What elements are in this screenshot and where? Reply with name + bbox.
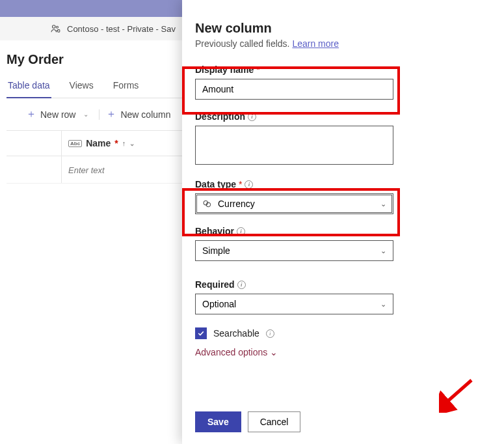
breadcrumb-text: Contoso - test - Private - Sav: [67, 24, 176, 34]
required-indicator: *: [239, 179, 242, 189]
info-icon[interactable]: i: [237, 281, 246, 289]
required-field: Required i Optional ⌄: [195, 279, 439, 314]
tab-table-data[interactable]: Table data: [7, 76, 51, 98]
sort-asc-icon: ↑: [122, 139, 126, 147]
info-icon[interactable]: i: [266, 329, 274, 338]
grid-row-checkbox[interactable]: [7, 156, 62, 183]
display-name-label-text: Display name: [195, 64, 254, 75]
display-name-field: Display name *: [195, 64, 439, 100]
required-select[interactable]: Optional ⌄: [195, 294, 393, 314]
chevron-down-icon: ⌄: [270, 347, 278, 357]
info-icon[interactable]: i: [245, 180, 253, 189]
searchable-label: Searchable: [213, 328, 259, 339]
searchable-checkbox[interactable]: [195, 327, 207, 339]
svg-point-0: [53, 25, 56, 29]
data-type-label: Data type * i: [195, 179, 439, 189]
grid-select-column[interactable]: [7, 131, 62, 156]
advanced-options-toggle[interactable]: Advanced options ⌄: [195, 347, 439, 357]
team-icon: [49, 22, 62, 35]
behavior-field: Behavior i Simple ⌄: [195, 226, 439, 261]
tab-views[interactable]: Views: [68, 76, 95, 98]
advanced-options-label: Advanced options: [195, 347, 267, 357]
display-name-label: Display name *: [195, 64, 439, 75]
new-row-button[interactable]: ＋ New row: [26, 107, 75, 121]
data-type-select[interactable]: Currency ⌄: [195, 193, 393, 214]
info-icon[interactable]: i: [248, 113, 256, 121]
description-label-text: Description: [195, 111, 245, 122]
description-label: Description i: [195, 111, 439, 122]
new-column-panel: New column Previously called fields. Lea…: [182, 0, 504, 444]
svg-rect-2: [58, 30, 60, 33]
behavior-select[interactable]: Simple ⌄: [195, 240, 393, 261]
cancel-button[interactable]: Cancel: [248, 411, 301, 432]
required-indicator: *: [256, 64, 259, 75]
text-type-icon: Abc: [68, 140, 82, 147]
tab-forms[interactable]: Forms: [112, 76, 140, 98]
required-label: Required i: [195, 279, 439, 290]
description-input[interactable]: [195, 126, 393, 165]
searchable-field: Searchable i: [195, 327, 439, 339]
save-button[interactable]: Save: [195, 411, 241, 432]
new-column-button[interactable]: ＋ New column: [106, 107, 170, 121]
description-field: Description i: [195, 111, 439, 167]
required-indicator: *: [114, 138, 118, 148]
panel-title: New column: [195, 21, 439, 36]
currency-icon: [202, 199, 213, 209]
panel-buttons: Save Cancel: [195, 411, 300, 432]
data-type-field: Data type * i Currency ⌄: [195, 179, 439, 214]
data-type-value: Currency: [218, 199, 255, 209]
behavior-label: Behavior i: [195, 226, 439, 236]
chevron-down-icon: ⌄: [380, 247, 386, 255]
behavior-value: Simple: [202, 245, 230, 256]
chevron-down-icon: ⌄: [380, 300, 386, 309]
separator: [99, 109, 99, 120]
arrow-annotation: [439, 377, 478, 413]
new-column-label: New column: [120, 109, 170, 120]
display-name-input[interactable]: [195, 79, 393, 100]
data-type-label-text: Data type: [195, 179, 236, 189]
new-row-label: New row: [40, 109, 75, 120]
subtitle-text: Previously called fields.: [195, 38, 292, 49]
required-value: Optional: [202, 299, 236, 309]
name-header-label: Name: [86, 138, 111, 148]
panel-subtitle: Previously called fields. Learn more: [195, 38, 439, 49]
required-label-text: Required: [195, 279, 235, 290]
svg-line-6: [444, 380, 471, 404]
learn-more-link[interactable]: Learn more: [292, 38, 339, 49]
svg-point-1: [57, 26, 59, 28]
info-icon[interactable]: i: [237, 227, 245, 236]
behavior-label-text: Behavior: [195, 226, 234, 236]
new-row-dropdown[interactable]: ⌄: [79, 111, 92, 118]
chevron-down-icon: ⌄: [380, 200, 386, 208]
plus-icon: ＋: [26, 107, 36, 121]
chevron-down-icon: ⌄: [129, 140, 135, 147]
plus-icon: ＋: [106, 107, 116, 121]
